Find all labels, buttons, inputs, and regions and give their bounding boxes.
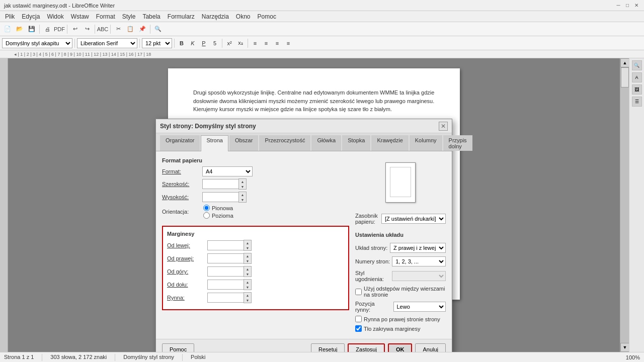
maximize-button[interactable]: □ [624,2,631,9]
menu-style[interactable]: Style [119,12,139,21]
subscript-button[interactable]: x₂ [235,38,246,48]
gutter-down[interactable]: ▼ [244,298,251,303]
menu-pomoc[interactable]: Pomoc [255,12,279,21]
landscape-option[interactable]: Pozioma [203,212,233,219]
top-margin-up[interactable]: ▲ [244,266,251,272]
left-margin-input[interactable]: 2,50 cm [207,240,244,250]
height-down[interactable]: ▼ [239,197,246,202]
status-page[interactable]: Strona 1 z 1 [4,354,34,361]
style-combo[interactable] [392,271,446,281]
right-margin-input[interactable]: 2,50 cm [207,253,244,263]
sidebar-nav-icon[interactable]: ☰ [632,97,642,107]
font-name-combo[interactable]: Liberation Serif [77,38,137,48]
pdf-button[interactable]: PDF [54,24,65,35]
cut-button[interactable]: ✂ [113,24,124,35]
sidebar-gallery-icon[interactable]: 🖼 [632,84,642,95]
bottom-margin-up[interactable]: ▲ [244,280,251,285]
position-combo[interactable]: Lewo [393,302,446,312]
width-up[interactable]: ▲ [239,179,246,184]
copy-button[interactable]: 📋 [125,24,136,35]
align-center-button[interactable]: ≡ [261,38,271,48]
status-language[interactable]: Polski [191,354,205,361]
layout-combo[interactable]: Z prawej i z lewej [390,243,446,253]
window-close-button[interactable]: ✕ [633,2,640,9]
menu-plik[interactable]: Plik [2,12,18,21]
apply-button[interactable]: Zastosuj [348,343,385,352]
scroll-down-button[interactable]: ▼ [620,343,629,352]
tab-strona[interactable]: Strona [201,135,228,151]
underline-button[interactable]: P [199,38,209,48]
tab-obszar[interactable]: Obszar [229,135,258,151]
format-combo[interactable]: A4 [202,166,253,176]
left-margin-up[interactable]: ▲ [244,240,251,245]
open-button[interactable]: 📂 [14,24,25,35]
print-button[interactable]: 🖨 [42,24,53,35]
status-style[interactable]: Domyślny styl strony [123,354,174,361]
scroll-thumb[interactable] [621,67,629,87]
paste-button[interactable]: 📌 [137,24,148,35]
portrait-option[interactable]: Pionowa [203,205,233,211]
cancel-button[interactable]: Anuluj [415,343,446,352]
width-down[interactable]: ▼ [239,184,246,189]
superscript-button[interactable]: x² [224,38,234,48]
new-button[interactable]: 📄 [2,24,13,35]
font-size-combo[interactable]: 12 pkt [142,38,172,48]
align-right-button[interactable]: ≡ [272,38,282,48]
menu-widok[interactable]: Widok [44,12,66,21]
tab-przypis[interactable]: Przypis dolny [443,135,472,151]
tab-organizator[interactable]: Organizator [160,135,200,151]
help-button[interactable]: Pomoc [162,343,194,352]
tab-glowka[interactable]: Główka [311,135,341,151]
save-button[interactable]: 💾 [26,24,37,35]
portrait-radio[interactable] [203,205,210,211]
undo-button[interactable]: ↩ [69,24,80,35]
bg-checkbox-row[interactable]: Tło zakrywa marginesy [355,325,446,332]
tab-przezroczystosc[interactable]: Przezroczystość [259,135,310,151]
minimize-button[interactable]: ─ [615,2,622,9]
spacing-checkbox-row[interactable]: Użyj odstępów między wierszami na stroni… [355,286,446,298]
reset-button[interactable]: Resetuj [311,343,345,352]
spellcheck-button[interactable]: ABC [97,24,108,35]
tab-krawedzie[interactable]: Krawędzie [371,135,408,151]
italic-button[interactable]: K [188,38,198,48]
menu-format[interactable]: Format [93,12,118,21]
left-margin-down[interactable]: ▼ [244,245,251,250]
redo-button[interactable]: ↪ [82,24,93,35]
strikethrough-button[interactable]: 5 [210,38,220,48]
paragraph-style-combo[interactable]: Domyślny styl akapitu [2,38,72,48]
top-margin-down[interactable]: ▼ [244,272,251,277]
menu-tabela[interactable]: Tabela [139,12,163,21]
gutter-up[interactable]: ▲ [244,293,251,298]
menu-okno[interactable]: Okno [233,12,254,21]
menu-narzedzia[interactable]: Narzędzia [199,12,232,21]
menu-edycja[interactable]: Edycja [19,12,43,21]
menu-wstaw[interactable]: Wstaw [68,12,92,21]
tab-stopka[interactable]: Stopka [342,135,370,151]
width-input[interactable]: 21,00 cm [202,179,238,189]
sidebar-find-icon[interactable]: 🔍 [632,60,642,70]
bottom-margin-input[interactable]: 2,00 cm [207,280,244,290]
gutter-checkbox-row[interactable]: Rynna po prawej stronie strony [355,316,446,322]
landscape-radio[interactable] [203,212,210,219]
bold-button[interactable]: B [177,38,187,48]
status-zoom[interactable]: 100% [626,354,640,360]
sidebar-style-icon[interactable]: A [632,72,642,82]
bg-checkbox[interactable] [355,325,362,332]
ok-button[interactable]: OK [388,343,413,352]
height-up[interactable]: ▲ [239,192,246,197]
pages-combo[interactable]: 1, 2, 3, ... [392,256,446,266]
menu-formularz[interactable]: Formularz [165,12,198,21]
gutter-input[interactable]: 0,00 cm [207,293,244,303]
dialog-close-button[interactable]: ✕ [439,122,448,131]
right-margin-up[interactable]: ▲ [244,253,251,258]
right-margin-down[interactable]: ▼ [244,258,251,263]
scroll-up-button[interactable]: ▲ [620,58,629,67]
spacing-checkbox[interactable] [355,289,362,295]
supply-combo[interactable]: [Z ustawień drukarki] [381,214,446,224]
height-input[interactable]: 29,70 cm [202,192,238,202]
find-button[interactable]: 🔍 [152,24,164,35]
gutter-right-checkbox[interactable] [355,316,362,322]
tab-kolumny[interactable]: Kolumny [410,135,442,151]
top-margin-input[interactable]: 2,00 cm [207,266,244,277]
align-left-button[interactable]: ≡ [250,38,260,48]
